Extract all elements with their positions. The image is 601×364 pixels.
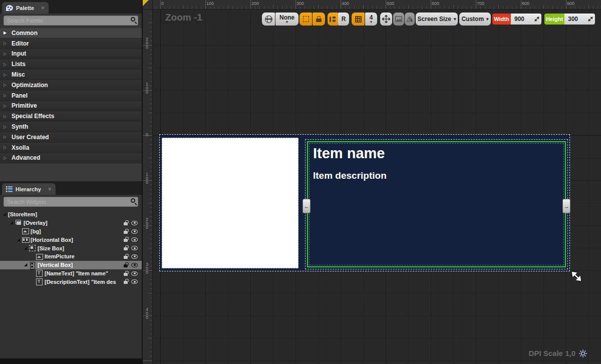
vertical-box-selection[interactable]: Item name Item description [307,141,566,267]
expander-icon[interactable]: ◢ [10,220,15,225]
expander-icon[interactable]: ◢ [3,212,8,217]
expander-icon[interactable]: ▷ [4,93,8,98]
expander-icon[interactable]: ▶ [4,31,8,35]
grid-snapping-button[interactable] [352,13,365,26]
gear-icon[interactable] [579,349,587,357]
eye-icon[interactable] [131,246,138,250]
item-picture-box[interactable] [162,138,298,268]
expander-icon[interactable]: ▷ [4,145,8,150]
r-toggle-button[interactable]: R [338,13,349,26]
lock-open-icon[interactable] [123,245,129,251]
palette-category[interactable]: ▷ User Created [0,132,142,143]
expander-icon[interactable]: ▷ [4,52,8,56]
palette-search-input[interactable] [4,16,138,26]
lock-open-icon[interactable] [123,271,129,276]
respect-locks-button[interactable] [328,13,338,26]
eye-icon[interactable] [131,254,138,259]
palette-category[interactable]: ▷ Primitive [0,101,142,112]
preview-background-button[interactable] [393,13,404,26]
ruler-left[interactable]: 2001000100200300400 [143,10,153,364]
expander-icon[interactable]: ▷ [4,104,8,108]
expander-icon[interactable]: ▷ [4,41,8,46]
tree-row[interactable]: [DescriptionText] "Item des [0,277,142,286]
lock-open-icon[interactable] [123,229,129,234]
close-icon[interactable]: × [48,186,52,192]
expander-icon[interactable]: ▷ [4,114,8,119]
align-left-handle[interactable]: ← [303,199,311,213]
tree-row[interactable]: [bg] [0,227,142,236]
align-right-handle[interactable]: → [562,199,570,213]
palette-category[interactable]: ▷ Input [0,49,142,60]
palette-category[interactable]: ▷ Editor [0,39,142,49]
expander-icon[interactable]: ▷ [4,135,8,139]
fill-rule-dropdown[interactable]: Custom ▾ [459,13,491,26]
tree-row[interactable]: ◢ [StoreItem] [0,210,142,219]
expander-icon[interactable]: ◢ [24,246,29,251]
eye-icon[interactable] [131,271,138,276]
tree-row-label: [Overlay] [24,220,48,226]
lock-open-icon[interactable] [123,220,129,226]
lock-open-icon[interactable] [123,237,129,242]
description-text[interactable]: Item description [313,170,387,181]
width-input[interactable]: 900 [511,14,541,25]
image-icon [395,16,402,22]
grid-size-dropdown[interactable]: 4 ▾ [365,13,377,26]
tree-row[interactable]: ◢ [Horizontal Box] [0,235,142,244]
palette-category[interactable]: ▷ Lists [0,59,142,70]
tree-row-label: [Size Box] [38,245,64,251]
lock-open-icon[interactable] [123,279,129,284]
palette-category-label: Xsolla [12,144,29,151]
eye-icon[interactable] [131,221,138,225]
name-text[interactable]: Item name [313,145,385,162]
hierarchy-search-input[interactable] [4,197,138,207]
palette-category[interactable]: ▷ Special Effects [0,111,142,122]
preview-language-dropdown[interactable]: None ▾ [275,13,298,26]
expander-icon[interactable]: ▷ [4,73,8,77]
height-input[interactable]: 300 [564,14,595,25]
tree-row[interactable]: ◢ [Vertical Box] [0,261,142,269]
lock-open-icon[interactable] [123,254,129,259]
palette-category[interactable]: ▷ Optimization [0,80,142,91]
toggle-outlines-button[interactable] [299,13,312,26]
tree-row[interactable]: [NameText] "Item name" [0,269,142,278]
palette-category[interactable]: ▷ Misc [0,70,142,80]
ruler-tick-label: 700 [477,1,484,6]
palette-category-label: Optimization [12,82,48,89]
hierarchy-icon [6,186,13,192]
palette-category-label: Common [12,30,38,37]
store-item-widget[interactable]: Item name Item description ← → [159,134,570,271]
eye-icon[interactable] [131,229,138,234]
palette-category[interactable]: ▷ Advanced [0,153,142,164]
palette-search [4,16,138,26]
ruler-top[interactable]: 0100200300400500600700800900 [153,0,601,10]
expander-icon[interactable]: ▷ [4,62,8,67]
tab-palette[interactable]: Palette × [2,2,49,14]
lock-widgets-button[interactable] [313,13,325,26]
palette-category[interactable]: ▶ Common [0,28,142,39]
tree-row[interactable]: ◢ [Overlay] [0,219,142,227]
localization-preview-button[interactable] [262,13,275,26]
resize-diagonal-icon [588,17,593,22]
eye-icon[interactable] [131,279,138,284]
tab-hierarchy[interactable]: Hierarchy × [2,183,56,195]
designer-canvas[interactable]: Zoom -1 Item name Item description ← → N… [143,0,601,364]
expander-icon[interactable]: ◢ [17,237,22,242]
tree-row[interactable]: ◢ [Size Box] [0,244,142,252]
expander-icon[interactable]: ▷ [4,156,8,160]
expander-icon[interactable]: ▷ [4,83,8,87]
palette-category[interactable]: ▷ Xsolla [0,143,142,153]
tree-row[interactable]: ItemPicture [0,252,142,261]
eye-icon[interactable] [131,263,138,267]
flip-preview-button[interactable] [405,13,415,26]
screen-size-dropdown[interactable]: Screen Size ▾ [416,13,458,26]
eye-icon[interactable] [131,237,138,242]
expander-icon[interactable]: ◢ [24,262,29,267]
tree-row-label: ItemPicture [45,253,75,259]
palette-category[interactable]: ▷ Panel [0,91,142,101]
close-icon[interactable]: × [41,5,45,11]
resize-cursor [569,269,584,286]
resize-mode-button[interactable] [380,13,392,26]
expander-icon[interactable]: ▷ [4,125,8,129]
palette-category[interactable]: ▷ Synth [0,122,142,132]
lock-open-icon[interactable] [123,262,129,268]
